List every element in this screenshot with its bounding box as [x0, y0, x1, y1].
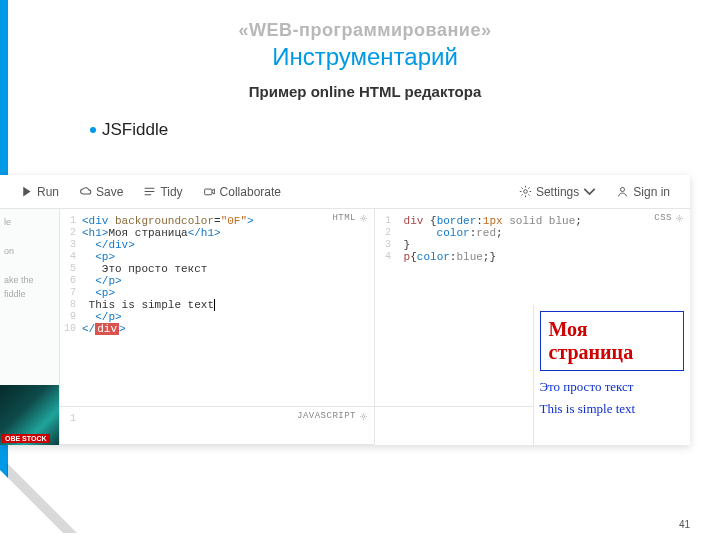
collab-icon [203, 185, 216, 198]
svg-point-2 [621, 187, 625, 191]
settings-label: Settings [536, 185, 579, 199]
folded-corner [0, 470, 70, 540]
tidy-label: Tidy [160, 185, 182, 199]
toolbar: Run Save Tidy Collaborate Settings Sign … [0, 175, 690, 209]
jsfiddle-window: Run Save Tidy Collaborate Settings Sign … [0, 175, 690, 445]
svg-point-3 [362, 217, 364, 219]
slide-subtitle: Пример online HTML редактора [50, 83, 680, 100]
js-pane[interactable]: JAVASCRIPT 1 [60, 407, 375, 445]
page-number: 41 [679, 519, 690, 530]
css-pane-label: CSS [654, 213, 684, 223]
sidebar-ad-image: OBE STOCK [0, 385, 59, 445]
collaborate-button[interactable]: Collaborate [193, 181, 291, 203]
preview-h1: Моя страница [549, 318, 676, 364]
gear-icon[interactable] [675, 214, 684, 223]
cloud-icon [79, 185, 92, 198]
workspace: le on ake the fiddle OBE STOCK HTML 1<di… [0, 209, 690, 445]
stock-label: OBE STOCK [2, 434, 50, 443]
tidy-icon [143, 185, 156, 198]
save-label: Save [96, 185, 123, 199]
sidebar-partial-text: le on ake the fiddle [0, 209, 59, 307]
bullet-dot [90, 127, 96, 133]
slide-title: Инструментарий [50, 43, 680, 71]
preview-div: Моя страница [540, 311, 685, 371]
svg-rect-0 [204, 189, 211, 195]
result-pane: Моя страница Это просто текст This is si… [533, 305, 691, 445]
bullet-jsfiddle: JSFiddle [90, 120, 680, 140]
editor-panes: HTML 1<div backgroundcolor="0F">2<h1>Моя… [60, 209, 690, 445]
tidy-button[interactable]: Tidy [133, 181, 192, 203]
js-pane-label: JAVASCRIPT [297, 411, 368, 421]
bullet-label: JSFiddle [102, 120, 168, 140]
html-pane-label: HTML [332, 213, 368, 223]
signin-button[interactable]: Sign in [606, 181, 680, 203]
html-code-body[interactable]: 1<div backgroundcolor="0F">2<h1>Моя стра… [60, 209, 374, 339]
chevron-down-icon [583, 185, 596, 198]
save-button[interactable]: Save [69, 181, 133, 203]
signin-label: Sign in [633, 185, 670, 199]
eyebrow-text: «WEB-программирование» [50, 20, 680, 41]
gear-icon[interactable] [359, 412, 368, 421]
settings-button[interactable]: Settings [509, 181, 606, 203]
svg-point-4 [678, 217, 680, 219]
html-pane[interactable]: HTML 1<div backgroundcolor="0F">2<h1>Моя… [60, 209, 375, 407]
preview-p1: Это просто текст [540, 379, 685, 395]
gear-icon [519, 185, 532, 198]
svg-point-1 [524, 190, 528, 194]
run-label: Run [37, 185, 59, 199]
run-button[interactable]: Run [10, 181, 69, 203]
play-icon [20, 185, 33, 198]
css-code-body[interactable]: 1 div {border:1px solid blue;2 color:red… [375, 209, 690, 267]
user-icon [616, 185, 629, 198]
preview-p2: This is simple text [540, 401, 685, 417]
gear-icon[interactable] [359, 214, 368, 223]
collaborate-label: Collaborate [220, 185, 281, 199]
left-sidebar: le on ake the fiddle OBE STOCK [0, 209, 60, 445]
svg-point-5 [362, 415, 364, 417]
